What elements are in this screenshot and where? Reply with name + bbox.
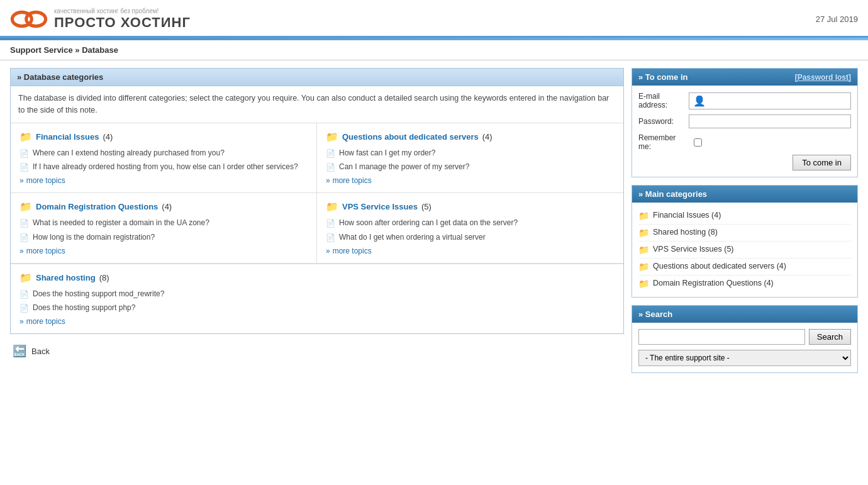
topic-link[interactable]: How soon after ordering can I get data o… (339, 218, 518, 228)
password-field[interactable] (689, 114, 851, 128)
category-link-dedicated[interactable]: Questions about dedicated servers (342, 132, 479, 142)
more-topics-financial: » more topics (19, 176, 308, 185)
topic-item: 📄 How soon after ordering can I get data… (326, 218, 615, 229)
topic-item: 📄 How long is the domain registration? (19, 232, 308, 243)
email-field[interactable] (708, 96, 847, 105)
breadcrumb: Support Service » Database (0, 40, 868, 60)
main-cat-link[interactable]: VPS Service Issues (5) (653, 245, 734, 254)
category-count-vps: (5) (421, 202, 431, 211)
topic-link[interactable]: How long is the domain registration? (33, 232, 155, 243)
topic-link[interactable]: Does the hosting support php? (33, 303, 135, 313)
back-arrow-icon: 🔙 (13, 344, 26, 358)
topic-link[interactable]: How fast can I get my order? (339, 148, 435, 159)
doc-icon: 📄 (19, 148, 29, 159)
search-panel-title: » Search (638, 309, 672, 319)
db-categories-header: » Database categories (11, 69, 623, 86)
folder-icon-dedicated: 📁 (326, 131, 338, 143)
login-button[interactable]: To come in (793, 155, 851, 170)
category-link-shared[interactable]: Shared hosting (36, 273, 96, 282)
category-dedicated: 📁 Questions about dedicated servers (4) … (317, 123, 623, 194)
category-title-dedicated: 📁 Questions about dedicated servers (4) (326, 131, 615, 143)
more-topics-dedicated: » more topics (326, 176, 615, 185)
category-count-dedicated: (4) (482, 132, 492, 142)
email-input-wrapper: 👤 (689, 92, 851, 109)
search-input-row: Search (638, 329, 851, 345)
folder-icon-financial: 📁 (19, 131, 32, 143)
main-layout: » Database categories The database is di… (0, 60, 868, 388)
category-link-domain[interactable]: Domain Registration Questions (36, 202, 158, 211)
main-cat-link[interactable]: Domain Registration Questions (4) (653, 279, 774, 287)
folder-icon-shared: 📁 (19, 272, 32, 284)
main-cat-link[interactable]: Financial Issues (4) (653, 211, 721, 220)
category-title-shared: 📁 Shared hosting (8) (19, 272, 615, 284)
categories-grid: 📁 Financial Issues (4) 📄 Where can I ext… (11, 123, 623, 264)
category-title-financial: 📁 Financial Issues (4) (19, 131, 308, 143)
more-topics-link[interactable]: more topics (333, 247, 372, 255)
db-categories-desc: The database is divided into different c… (11, 86, 623, 123)
more-topics-shared: » more topics (19, 317, 615, 326)
topic-link[interactable]: Where can I extend hosting already purch… (33, 148, 225, 159)
folder-icon: 📁 (638, 211, 649, 221)
email-row: E-mail address: 👤 (638, 92, 851, 109)
more-topics-link[interactable]: more topics (333, 176, 372, 185)
chevron-icon: » (326, 247, 330, 255)
topic-link[interactable]: If I have already ordered hosting from y… (33, 162, 298, 172)
more-topics-link[interactable]: more topics (26, 317, 65, 326)
more-topics-link[interactable]: more topics (26, 176, 65, 185)
password-lost-link[interactable]: [Password lost] (795, 73, 851, 82)
chevron-icon: » (19, 317, 24, 326)
topic-link[interactable]: What do I get when ordering a virtual se… (339, 232, 486, 243)
main-cat-link[interactable]: Shared hosting (8) (653, 228, 718, 237)
topic-item: 📄 Does the hosting support mod_rewrite? (19, 289, 615, 300)
email-label: E-mail address: (638, 92, 689, 109)
category-link-vps[interactable]: VPS Service Issues (342, 202, 418, 211)
main-cat-item: 📁 Financial Issues (4) (638, 208, 851, 225)
header: качественный хостинг без проблем! ПРОСТО… (0, 0, 868, 38)
search-scope-select[interactable]: - The entire support site - (638, 350, 851, 366)
topic-item: 📄 Where can I extend hosting already pur… (19, 148, 308, 159)
header-date: 27 Jul 2019 (816, 14, 858, 24)
remember-checkbox[interactable] (694, 138, 702, 147)
topic-item: 📄 Does the hosting support php? (19, 303, 615, 314)
folder-icon: 📁 (638, 228, 649, 238)
main-cat-link[interactable]: Questions about dedicated servers (4) (653, 262, 786, 270)
chevron-icon: » (19, 176, 24, 185)
logo-area: качественный хостинг без проблем! ПРОСТО… (10, 5, 191, 33)
logo-icon (10, 5, 48, 33)
more-topics-domain: » more topics (19, 247, 308, 255)
doc-icon: 📄 (326, 162, 335, 173)
user-icon: 👤 (693, 95, 706, 107)
more-topics-link[interactable]: more topics (26, 247, 65, 255)
doc-icon: 📄 (19, 233, 29, 243)
back-button[interactable]: Back (31, 347, 50, 356)
folder-icon: 📁 (638, 245, 649, 255)
topic-link[interactable]: Can I manage the power of my server? (339, 162, 469, 172)
category-link-financial[interactable]: Financial Issues (36, 132, 99, 142)
doc-icon: 📄 (326, 148, 335, 159)
category-count-shared: (8) (99, 273, 109, 282)
main-categories-list: 📁 Financial Issues (4) 📁 Shared hosting … (632, 203, 857, 297)
category-count-domain: (4) (162, 202, 172, 211)
logo-tagline: качественный хостинг без проблем! (54, 8, 191, 14)
main-categories-panel: » Main categories 📁 Financial Issues (4)… (632, 185, 858, 298)
chevron-icon: » (19, 247, 24, 255)
topic-link[interactable]: What is needed to register a domain in t… (33, 218, 209, 228)
category-count-financial: (4) (103, 132, 113, 142)
breadcrumb-sep: » (75, 45, 82, 55)
logo-text: качественный хостинг без проблем! ПРОСТО… (54, 8, 191, 31)
category-vps: 📁 VPS Service Issues (5) 📄 How soon afte… (317, 193, 623, 264)
chevron-icon: » (326, 176, 330, 185)
breadcrumb-support[interactable]: Support Service (10, 45, 73, 55)
folder-icon-domain: 📁 (19, 201, 32, 213)
search-button[interactable]: Search (809, 329, 851, 345)
topic-link[interactable]: Does the hosting support mod_rewrite? (33, 289, 164, 299)
content-area: » Database categories The database is di… (10, 68, 624, 381)
search-input[interactable] (638, 329, 805, 345)
main-categories-header: » Main categories (632, 186, 857, 203)
folder-icon: 📁 (638, 262, 649, 272)
breadcrumb-current: Database (82, 45, 118, 55)
folder-icon: 📁 (638, 279, 649, 289)
category-title-vps: 📁 VPS Service Issues (5) (326, 201, 615, 213)
doc-icon: 📄 (19, 289, 29, 300)
search-panel-header: » Search (632, 306, 857, 323)
